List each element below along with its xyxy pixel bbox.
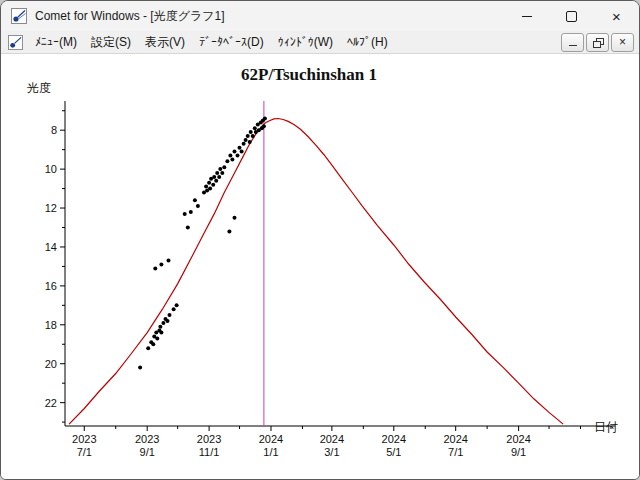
app-window: Comet for Windows - [光度グラフ1] × ﾒﾆｭｰ(M)設定… (0, 0, 640, 480)
observation-point (249, 130, 253, 134)
observation-point (240, 150, 244, 154)
observation-point (215, 171, 219, 175)
mdi-close-icon: × (619, 36, 626, 48)
y-tick-label: 10 (45, 163, 57, 175)
menu-item-database[interactable]: ﾃﾞｰﾀﾍﾞｰｽ(D) (192, 32, 271, 52)
title-bar[interactable]: Comet for Windows - [光度グラフ1] × (1, 1, 639, 31)
observation-point (146, 346, 150, 350)
chart-panel: 81012141618202220237/120239/1202311/1202… (1, 54, 639, 479)
observation-point (155, 336, 159, 340)
observation-point (167, 259, 171, 263)
mdi-window-buttons: × (561, 33, 639, 52)
observation-point (262, 124, 266, 128)
x-tick-date: 9/1 (511, 446, 526, 458)
y-axis-label: 光度 (27, 81, 51, 95)
observation-point (189, 210, 193, 214)
x-tick-date: 1/1 (263, 446, 278, 458)
maximize-button[interactable] (549, 1, 594, 31)
observation-point (251, 134, 255, 138)
x-tick-year: 2024 (320, 433, 344, 445)
maximize-icon (566, 11, 577, 22)
x-tick-year: 2023 (135, 433, 159, 445)
mdi-restore-button[interactable] (586, 33, 609, 52)
menu-item-menu[interactable]: ﾒﾆｭｰ(M) (28, 32, 84, 52)
observation-point (233, 216, 237, 220)
observation-point (214, 179, 218, 183)
x-tick-year: 2024 (259, 433, 283, 445)
observation-point (207, 181, 211, 185)
observation-point (159, 263, 163, 267)
x-tick-year: 2024 (443, 433, 467, 445)
observation-point (161, 321, 165, 325)
y-tick-label: 22 (45, 397, 57, 409)
observation-point (212, 175, 216, 179)
mdi-close-button[interactable]: × (611, 33, 634, 52)
observation-point (196, 204, 200, 208)
observation-point (158, 325, 162, 329)
y-tick-label: 20 (45, 358, 57, 370)
menu-item-help[interactable]: ﾍﾙﾌﾟ(H) (340, 32, 395, 52)
observation-point (217, 175, 221, 179)
y-tick-label: 18 (45, 319, 57, 331)
observation-point (228, 154, 232, 158)
x-tick-date: 3/1 (324, 446, 339, 458)
observation-point (166, 319, 170, 323)
observation-point (220, 171, 224, 175)
close-icon: × (612, 9, 621, 24)
mdi-minimize-icon (569, 45, 577, 46)
x-tick-year: 2024 (382, 433, 406, 445)
y-tick-label: 12 (45, 202, 57, 214)
observation-point (218, 167, 222, 171)
x-tick-date: 7/1 (77, 446, 92, 458)
observation-point (222, 165, 226, 169)
predicted-curve (69, 119, 563, 425)
observation-point (186, 226, 190, 230)
window-title: Comet for Windows - [光度グラフ1] (35, 8, 504, 25)
observation-point (244, 138, 248, 142)
menu-items: ﾒﾆｭｰ(M)設定(S)表示(V)ﾃﾞｰﾀﾍﾞｰｽ(D)ｳｨﾝﾄﾞｳ(W)ﾍﾙﾌ… (28, 31, 395, 53)
observation-point (168, 313, 172, 317)
x-tick-date: 5/1 (386, 446, 401, 458)
menu-bar: ﾒﾆｭｰ(M)設定(S)表示(V)ﾃﾞｰﾀﾍﾞｰｽ(D)ｳｨﾝﾄﾞｳ(W)ﾍﾙﾌ… (1, 31, 639, 54)
minimize-button[interactable] (504, 1, 549, 31)
observation-point (253, 126, 257, 130)
y-tick-label: 14 (45, 241, 57, 253)
observation-point (236, 154, 240, 158)
observation-point (172, 307, 176, 311)
light-curve-chart: 81012141618202220237/120239/1202311/1202… (1, 54, 639, 479)
observation-point (175, 303, 179, 307)
close-button[interactable]: × (594, 1, 639, 31)
mdi-minimize-button[interactable] (561, 33, 584, 52)
menu-item-settings[interactable]: 設定(S) (84, 31, 138, 54)
x-tick-date: 9/1 (140, 446, 155, 458)
x-tick-year: 2023 (197, 433, 221, 445)
observation-point (211, 183, 215, 187)
observation-point (263, 117, 267, 121)
mdi-restore-icon (593, 38, 603, 47)
observation-point (208, 187, 212, 191)
observation-point (138, 366, 142, 370)
chart-title: 62P/Tsuchinshan 1 (241, 65, 377, 84)
observation-point (225, 159, 229, 163)
observation-point (246, 134, 250, 138)
observation-point (227, 229, 231, 233)
observation-point (238, 146, 242, 150)
observation-point (183, 212, 187, 216)
y-tick-label: 16 (45, 280, 57, 292)
x-axis-label: 日付 (594, 420, 618, 434)
x-tick-year: 2024 (506, 433, 530, 445)
y-tick-label: 8 (51, 124, 57, 136)
observation-point (159, 331, 163, 335)
menu-item-window[interactable]: ｳｨﾝﾄﾞｳ(W) (271, 32, 340, 52)
menu-item-view[interactable]: 表示(V) (138, 31, 192, 54)
observation-point (204, 185, 208, 189)
x-tick-date: 11/1 (199, 446, 220, 458)
mdi-child-icon[interactable] (8, 35, 23, 50)
app-icon[interactable] (11, 8, 27, 24)
observation-point (248, 140, 252, 144)
observation-point (151, 342, 155, 346)
observation-point (153, 266, 157, 270)
observation-point (230, 157, 234, 161)
observation-point (233, 150, 237, 154)
observation-point (193, 198, 197, 202)
